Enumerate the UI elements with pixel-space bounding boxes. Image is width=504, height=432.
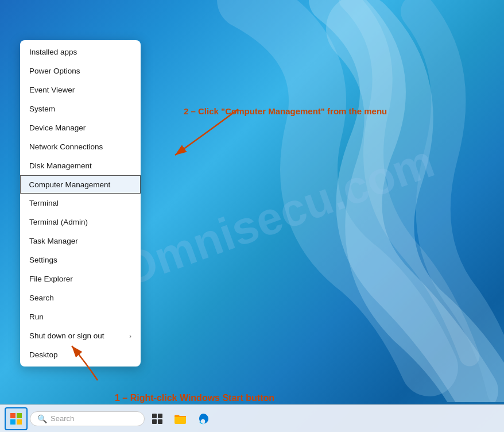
- task-view-icon: [152, 413, 163, 425]
- menu-item-settings[interactable]: Settings: [20, 250, 141, 269]
- context-menu: Installed apps Power Options Event Viewe…: [20, 40, 141, 367]
- menu-item-system[interactable]: System: [20, 99, 141, 118]
- menu-item-task-manager[interactable]: Task Manager: [20, 232, 141, 250]
- menu-item-network-connections[interactable]: Network Connections: [20, 137, 141, 156]
- svg-rect-4: [10, 419, 15, 425]
- edge-browser-button[interactable]: [193, 408, 214, 429]
- menu-item-device-manager[interactable]: Device Manager: [20, 118, 141, 137]
- menu-item-run[interactable]: Run: [20, 307, 141, 326]
- menu-item-desktop[interactable]: Desktop: [20, 345, 141, 364]
- menu-item-terminal-admin[interactable]: Terminal (Admin): [20, 213, 141, 232]
- start-button[interactable]: [5, 407, 28, 430]
- taskbar: 🔍 Search: [0, 404, 504, 432]
- file-explorer-icon: [174, 413, 187, 425]
- menu-item-terminal[interactable]: Terminal: [20, 194, 141, 213]
- menu-item-file-explorer[interactable]: File Explorer: [20, 269, 141, 288]
- search-placeholder: Search: [51, 414, 74, 423]
- svg-rect-3: [17, 413, 22, 418]
- file-explorer-button[interactable]: [170, 408, 191, 429]
- svg-rect-5: [17, 419, 22, 425]
- menu-item-power-options[interactable]: Power Options: [20, 61, 141, 80]
- svg-rect-6: [152, 414, 157, 418]
- chevron-right-icon: ›: [129, 333, 131, 340]
- menu-item-computer-management[interactable]: Computer Management: [20, 175, 141, 194]
- svg-rect-7: [158, 414, 162, 418]
- windows-logo-icon: [10, 412, 22, 425]
- taskbar-search-bar[interactable]: 🔍 Search: [30, 411, 145, 426]
- menu-item-shut-down[interactable]: Shut down or sign out ›: [20, 326, 141, 345]
- search-icon: 🔍: [37, 414, 47, 423]
- desktop-wave-decoration: [131, 0, 504, 402]
- edge-icon: [197, 412, 210, 425]
- menu-item-installed-apps[interactable]: Installed apps: [20, 43, 141, 61]
- svg-rect-8: [152, 419, 157, 424]
- task-view-button[interactable]: [147, 408, 168, 429]
- svg-rect-10: [175, 416, 186, 424]
- svg-rect-2: [10, 413, 15, 418]
- menu-item-disk-management[interactable]: Disk Management: [20, 156, 141, 175]
- menu-item-search[interactable]: Search: [20, 288, 141, 307]
- svg-rect-9: [158, 419, 162, 424]
- menu-item-event-viewer[interactable]: Event Viewer: [20, 80, 141, 99]
